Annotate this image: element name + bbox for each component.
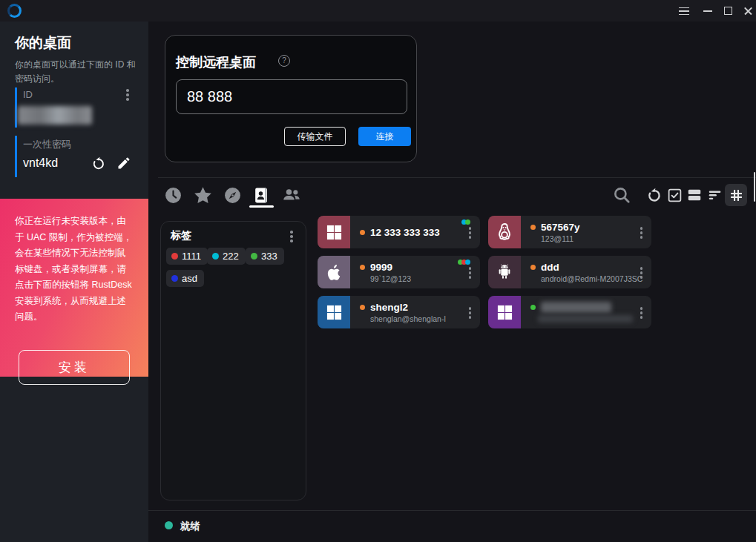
status-dot [360, 230, 365, 235]
peer-card[interactable]: 9999 99`12@123 [318, 256, 480, 288]
transfer-file-button[interactable]: 传输文件 [284, 127, 346, 146]
peer-menu-icon[interactable] [640, 271, 643, 274]
maximize-button[interactable] [718, 0, 739, 22]
peer-name-masked [541, 302, 611, 313]
connection-status-text: 就绪 [180, 520, 200, 533]
grid-view-button[interactable] [726, 185, 746, 205]
window-menu-button[interactable] [674, 0, 694, 22]
peer-tag-dots [463, 219, 470, 225]
status-dot [530, 305, 536, 310]
status-dot [530, 225, 536, 230]
peer-card[interactable]: 12 333 333 333 [318, 216, 480, 248]
tags-panel: 标签 1111 222 333 asd [160, 221, 306, 500]
search-icon [612, 185, 631, 205]
tag-dot [465, 219, 470, 225]
peer-card[interactable]: ddd android@Redmi-M2007J3SC [488, 256, 651, 288]
compass-icon [223, 186, 242, 205]
tab-favorites[interactable] [191, 185, 214, 205]
peer-name: 9999 [370, 262, 392, 273]
peer-subtitle: shenglan@shenglan-l [370, 314, 480, 323]
peer-menu-icon[interactable] [469, 231, 472, 234]
peer-menu-icon[interactable] [640, 231, 643, 234]
refresh-password-icon[interactable] [91, 156, 107, 172]
peer-subtitle-masked [538, 315, 633, 323]
platform-apple-icon [318, 256, 350, 288]
list-view-icon [707, 187, 723, 203]
peer-name: ddd [541, 262, 559, 273]
group-icon [281, 185, 302, 205]
card-view-button[interactable] [684, 185, 705, 205]
peer-tag-dots [459, 260, 470, 265]
minimize-icon [703, 10, 712, 12]
search-button[interactable] [611, 185, 632, 205]
install-button[interactable]: 安装 [19, 350, 130, 385]
tags-menu-icon[interactable] [290, 235, 293, 238]
sidebar-description: 你的桌面可以通过下面的 ID 和密码访问。 [15, 58, 137, 85]
tag-color-dot [171, 253, 178, 260]
tab-address-book[interactable] [249, 185, 273, 205]
install-warning-panel: 你正在运行未安装版本，由于 UAC 限制，作为被控端，会在某些情况下无法控制鼠标… [0, 199, 148, 377]
password-label: 一次性密码 [23, 138, 71, 151]
tag-label: asd [182, 273, 197, 284]
peer-menu-icon[interactable] [640, 311, 643, 314]
select-peers-button[interactable] [664, 185, 685, 205]
sidebar-title: 你的桌面 [15, 33, 71, 53]
password-accent-bar [15, 136, 17, 177]
remote-id-input[interactable] [176, 79, 407, 114]
connect-card: 控制远程桌面 ? 传输文件 连接 [165, 35, 417, 162]
peer-subtitle: 123@111 [541, 234, 651, 243]
tag-label: 1111 [182, 251, 201, 262]
connect-button[interactable]: 连接 [358, 127, 411, 146]
close-icon [744, 7, 752, 15]
id-label: ID [23, 89, 33, 100]
rustdesk-logo-icon [7, 4, 22, 18]
statusbar-divider [148, 510, 756, 511]
refresh-peers-button[interactable] [643, 185, 664, 205]
refresh-icon [645, 187, 663, 204]
tag-color-dot [171, 275, 178, 282]
tag-label: 333 [261, 251, 277, 262]
active-tab-underline [249, 205, 274, 208]
tab-recent-sessions[interactable] [161, 185, 185, 205]
tag-chip[interactable]: 1111 [166, 248, 208, 265]
platform-linux-icon [488, 216, 521, 248]
platform-windows-icon [318, 296, 350, 328]
connection-status-dot [165, 521, 173, 529]
minimize-button[interactable] [697, 0, 718, 22]
tab-group[interactable] [280, 185, 303, 205]
tag-chip[interactable]: asd [166, 270, 204, 287]
peer-subtitle: android@Redmi-M2007J3SC [541, 274, 651, 283]
edit-password-icon[interactable] [116, 156, 133, 172]
tags-title: 标签 [171, 229, 191, 242]
peer-subtitle: 99`12@123 [370, 274, 480, 283]
close-button[interactable] [737, 0, 756, 22]
tag-chip[interactable]: 333 [246, 248, 284, 265]
hamburger-icon [679, 10, 689, 12]
scrollbar-thumb[interactable] [754, 172, 755, 202]
warning-text: 你正在运行未安装版本，由于 UAC 限制，作为被控端，会在某些情况下无法控制鼠标… [15, 214, 135, 325]
checkbox-icon [667, 188, 683, 203]
card-view-icon [686, 187, 703, 203]
tag-chip[interactable]: 222 [207, 248, 246, 265]
status-dot [360, 305, 365, 310]
tab-discovered[interactable] [220, 185, 244, 205]
list-view-button[interactable] [705, 185, 726, 205]
peer-card[interactable]: shengl2 shenglan@shenglan-l [318, 296, 480, 328]
peer-card[interactable]: 567567y 123@111 [488, 216, 651, 248]
peer-menu-icon[interactable] [469, 311, 472, 314]
peer-name: 12 333 333 333 [370, 227, 440, 238]
status-dot [530, 265, 536, 270]
peer-name: 567567y [541, 222, 580, 233]
one-time-password-value: vnt4kd [23, 156, 58, 170]
platform-android-icon [488, 256, 521, 288]
tag-label: 222 [223, 251, 239, 262]
peer-name: shengl2 [370, 302, 408, 313]
help-icon[interactable]: ? [278, 55, 290, 67]
sidebar: 你的桌面 你的桌面可以通过下面的 ID 和密码访问。 ID 一次性密码 vnt4… [0, 22, 148, 542]
id-menu-icon[interactable] [126, 93, 129, 96]
peer-card[interactable] [488, 296, 651, 328]
star-icon [193, 185, 213, 205]
clock-icon [164, 186, 183, 205]
tag-color-dot [251, 253, 257, 260]
peer-menu-icon[interactable] [469, 271, 472, 274]
